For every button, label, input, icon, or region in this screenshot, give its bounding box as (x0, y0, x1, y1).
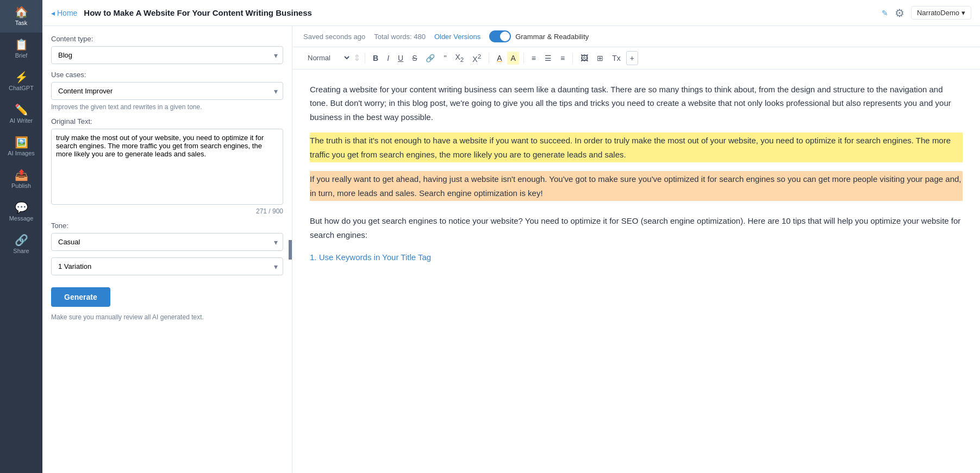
page-title: How to Make A Website For Your Content W… (84, 8, 877, 17)
paragraph-3-text: If you really want to get ahead, having … (310, 174, 962, 198)
text-style-select[interactable]: Normal Heading 1 Heading 2 (303, 52, 351, 64)
sidebar-item-label: Share (13, 248, 29, 254)
content-area: Content type: Blog Article Social Post ▾… (42, 26, 980, 473)
sidebar-item-message[interactable]: 💬 Message (0, 195, 42, 228)
ai-writer-icon: ✏️ (15, 104, 28, 115)
generate-button[interactable]: Generate (51, 287, 110, 307)
user-dropdown[interactable]: NarratoDemo ▾ (911, 6, 971, 20)
strikethrough-button[interactable]: S (409, 52, 420, 65)
user-name: NarratoDemo (917, 9, 959, 17)
sidebar-item-label: Brief (15, 52, 28, 59)
paragraph-2-text: The truth is that it's not enough to hav… (310, 136, 951, 159)
editor-panel: Saved seconds ago Total words: 480 Older… (292, 26, 980, 473)
share-icon: 🔗 (15, 235, 28, 245)
sidebar-item-brief[interactable]: 📋 Brief (0, 33, 42, 65)
quote-button[interactable]: " (440, 52, 450, 65)
sidebar-item-label: Task (15, 20, 28, 26)
use-case-hint: Improves the given text and rewrites in … (51, 103, 283, 111)
add-content-button[interactable]: + (626, 51, 638, 65)
sidebar-item-label: Publish (11, 182, 31, 189)
font-color-button[interactable]: A (494, 52, 505, 65)
use-case-select-wrapper: Content Improver Blog Writer SEO Writer … (51, 82, 283, 100)
grammar-label: Grammar & Readability (515, 33, 589, 41)
bold-button[interactable]: B (370, 52, 382, 65)
tone-select[interactable]: Casual Formal Professional Friendly (51, 233, 283, 251)
older-versions-link[interactable]: Older Versions (434, 33, 480, 41)
editor-toolbar: Normal Heading 1 Heading 2 ⇕ B I U S 🔗 "… (292, 47, 980, 70)
grammar-toggle[interactable] (489, 30, 511, 42)
editor-content[interactable]: Creating a website for your content writ… (292, 70, 980, 473)
char-count: 271 / 900 (51, 207, 283, 215)
superscript-button[interactable]: X2 (469, 51, 484, 66)
use-cases-label: Use cases: (51, 71, 283, 79)
numbered-item-1: 1. Use Keywords in Your Title Tag (310, 250, 963, 264)
toolbar-divider-3 (523, 53, 524, 64)
toolbar-divider-4 (572, 53, 573, 64)
original-text-wrapper: truly make the most out of your website,… (51, 129, 283, 206)
sidebar-item-task[interactable]: 🏠 Task (0, 0, 42, 33)
content-type-select-wrapper: Blog Article Social Post ▾ (51, 46, 283, 64)
sidebar: 🏠 Task 📋 Brief ⚡ ChatGPT ✏️ AI Writer 🖼️… (0, 0, 42, 473)
chatgpt-icon: ⚡ (15, 72, 28, 83)
sidebar-item-label: Message (9, 215, 34, 222)
paragraph-4: But how do you get search engines to not… (310, 214, 963, 242)
editor-meta-bar: Saved seconds ago Total words: 480 Older… (292, 26, 980, 47)
chevron-left-icon: ◂ (51, 9, 55, 17)
sidebar-item-ai-images[interactable]: 🖼️ AI Images (0, 130, 42, 163)
task-icon: 🏠 (15, 7, 28, 17)
style-selector-icon: ⇕ (353, 53, 360, 63)
generate-hint: Make sure you manually review all AI gen… (51, 313, 283, 321)
home-label: Home (57, 9, 77, 17)
sidebar-item-publish[interactable]: 📤 Publish (0, 163, 42, 195)
publish-icon: 📤 (15, 169, 28, 180)
main-container: ◂ Home How to Make A Website For Your Co… (42, 0, 980, 473)
dropdown-arrow-icon: ▾ (962, 9, 965, 17)
italic-button[interactable]: I (384, 52, 392, 65)
content-type-select[interactable]: Blog Article Social Post (51, 46, 283, 64)
settings-button[interactable]: ⚙ (892, 4, 907, 22)
word-count: Total words: 480 (374, 33, 426, 41)
paragraph-2: The truth is that it's not enough to hav… (310, 133, 963, 162)
saved-status: Saved seconds ago (303, 33, 365, 41)
sidebar-item-label: ChatGPT (9, 85, 34, 91)
grammar-toggle-wrapper: Grammar & Readability (489, 30, 589, 42)
toolbar-divider-2 (489, 53, 489, 64)
content-type-label: Content type: (51, 35, 283, 43)
paragraph-3: If you really want to get ahead, having … (310, 171, 963, 201)
paragraph-1: Creating a website for your content writ… (310, 83, 963, 124)
ai-images-icon: 🖼️ (15, 137, 28, 148)
original-text-input[interactable]: truly make the most out of your website,… (51, 129, 283, 205)
insert-image-button[interactable]: 🖼 (577, 52, 591, 65)
top-bar: ◂ Home How to Make A Website For Your Co… (42, 0, 980, 26)
align-button[interactable]: ≡ (557, 52, 568, 65)
home-link[interactable]: ◂ Home (51, 9, 77, 17)
sidebar-item-share[interactable]: 🔗 Share (0, 228, 42, 261)
original-text-label: Original Text: (51, 117, 283, 125)
sidebar-item-ai-writer[interactable]: ✏️ AI Writer (0, 98, 42, 130)
subscript-button[interactable]: X2 (452, 51, 467, 65)
clear-format-button[interactable]: Tx (609, 52, 624, 65)
variation-select-wrapper: 1 Variation 2 Variations 3 Variations ▾ (51, 257, 283, 275)
toolbar-divider-1 (365, 53, 365, 64)
link-button[interactable]: 🔗 (422, 52, 438, 65)
ordered-list-button[interactable]: ≡ (528, 52, 539, 65)
message-icon: 💬 (15, 202, 28, 213)
variation-select[interactable]: 1 Variation 2 Variations 3 Variations (51, 257, 283, 275)
edit-icon[interactable]: ✎ (882, 9, 888, 17)
highlight-button[interactable]: A (507, 52, 519, 65)
tone-select-wrapper: Casual Formal Professional Friendly ▾ (51, 233, 283, 251)
unordered-list-button[interactable]: ☰ (541, 52, 555, 65)
use-case-select[interactable]: Content Improver Blog Writer SEO Writer (51, 82, 283, 100)
brief-icon: 📋 (15, 39, 28, 50)
sidebar-item-label: AI Writer (10, 117, 33, 124)
left-panel: Content type: Blog Article Social Post ▾… (42, 26, 292, 473)
sidebar-item-chatgpt[interactable]: ⚡ ChatGPT (0, 65, 42, 98)
underline-button[interactable]: U (395, 52, 407, 65)
insert-table-button[interactable]: ⊞ (594, 52, 607, 65)
collapse-panel-button[interactable]: ◂ (289, 240, 292, 260)
tone-label: Tone: (51, 222, 283, 230)
sidebar-item-label: AI Images (8, 150, 35, 156)
